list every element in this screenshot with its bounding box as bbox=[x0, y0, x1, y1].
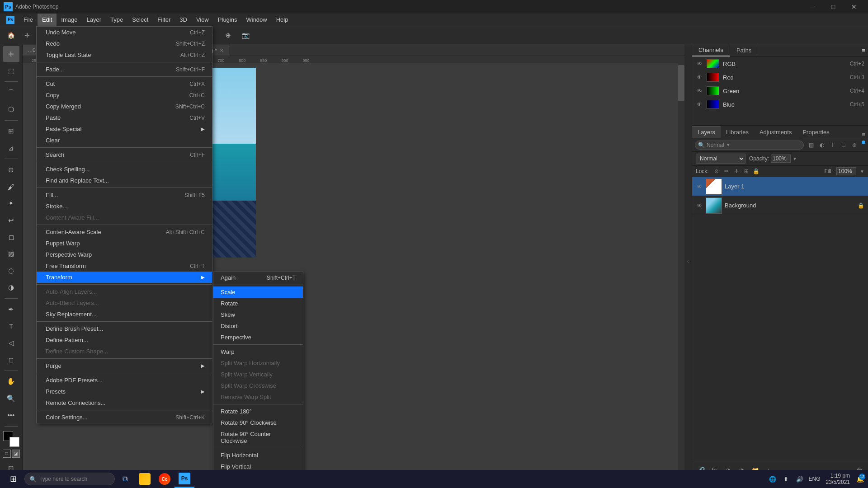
language-indicator[interactable]: ENG bbox=[807, 476, 822, 482]
tool-text[interactable]: T bbox=[3, 318, 19, 334]
tool-history[interactable]: ↩ bbox=[3, 212, 19, 228]
tab-libraries[interactable]: Libraries bbox=[721, 126, 754, 138]
maximize-button[interactable]: □ bbox=[823, 0, 844, 14]
filter-type-icon[interactable]: T bbox=[828, 141, 837, 150]
volume-icon[interactable]: 🔊 bbox=[793, 473, 806, 485]
lock-all-icon[interactable]: 🔒 bbox=[752, 167, 760, 175]
tool-marquee[interactable]: ⬚ bbox=[3, 63, 19, 79]
transform-rotate-cw[interactable]: Rotate 90° Clockwise bbox=[213, 417, 303, 428]
notifications-up-icon[interactable]: ⬆ bbox=[780, 473, 793, 485]
transform-split-v[interactable]: Split Warp Vertically bbox=[213, 369, 303, 380]
tool-quick-select[interactable]: ⬡ bbox=[3, 102, 19, 117]
menu-define-custom-shape[interactable]: Define Custom Shape... bbox=[37, 346, 212, 357]
tool-gradient[interactable]: ▨ bbox=[3, 246, 19, 262]
tab-properties[interactable]: Properties bbox=[797, 126, 835, 138]
menu-ps[interactable]: Ps bbox=[2, 14, 19, 26]
menu-view[interactable]: View bbox=[192, 14, 213, 26]
lock-transparent-icon[interactable]: ⊘ bbox=[712, 167, 721, 175]
taskbar-creative-cloud[interactable]: Cc bbox=[155, 470, 175, 488]
eye-blue[interactable]: 👁 bbox=[696, 101, 703, 108]
tool-blur[interactable]: ◌ bbox=[3, 263, 19, 279]
network-icon[interactable]: 🌐 bbox=[766, 473, 779, 485]
taskbar-explorer[interactable] bbox=[135, 470, 155, 488]
panel-collapse-button[interactable]: ‹ bbox=[684, 44, 692, 478]
transform-flip-h[interactable]: Flip Horizontal bbox=[213, 450, 303, 461]
filter-shape-icon[interactable]: □ bbox=[839, 141, 848, 150]
menu-search[interactable]: Search Ctrl+F bbox=[37, 149, 212, 160]
tab-adjustments[interactable]: Adjustments bbox=[754, 126, 797, 138]
menu-content-aware-fill[interactable]: Content-Aware Fill... bbox=[37, 212, 212, 223]
transform-warp[interactable]: Warp bbox=[213, 346, 303, 357]
taskbar-search[interactable]: 🔍 Type here to search bbox=[24, 473, 115, 485]
opacity-input[interactable] bbox=[771, 155, 791, 163]
menu-type[interactable]: Type bbox=[106, 14, 127, 26]
menu-stroke[interactable]: Stroke... bbox=[37, 201, 212, 212]
3d-slide[interactable]: ⊕ bbox=[221, 28, 236, 42]
transform-rotate-ccw[interactable]: Rotate 90° Counter Clockwise bbox=[213, 428, 303, 446]
menu-undo-move[interactable]: Undo Move Ctrl+Z bbox=[37, 27, 212, 38]
channel-green[interactable]: 👁 Green Ctrl+4 bbox=[692, 84, 868, 98]
tool-dodge[interactable]: ◑ bbox=[3, 280, 19, 296]
transform-scale[interactable]: Scale bbox=[213, 286, 303, 298]
tool-zoom[interactable]: 🔍 bbox=[3, 390, 19, 406]
channel-rgb[interactable]: 👁 RGB Ctrl+2 bbox=[692, 57, 868, 70]
menu-presets[interactable]: Presets ▶ bbox=[37, 386, 212, 397]
lock-artboard-icon[interactable]: ⊞ bbox=[742, 167, 750, 175]
menu-fill[interactable]: Fill... Shift+F5 bbox=[37, 189, 212, 201]
tool-brush[interactable]: 🖌 bbox=[3, 178, 19, 194]
menu-redo[interactable]: Redo Shift+Ctrl+Z bbox=[37, 38, 212, 49]
channel-blue[interactable]: 👁 Blue Ctrl+5 bbox=[692, 98, 868, 111]
menu-cut[interactable]: Cut Ctrl+X bbox=[37, 78, 212, 89]
layers-search-area[interactable]: 🔍 Normal ▼ bbox=[695, 141, 804, 150]
menu-fade[interactable]: Fade... Shift+Ctrl+F bbox=[37, 64, 212, 75]
tab-paths[interactable]: Paths bbox=[730, 44, 758, 56]
tab-2-close[interactable]: ✕ bbox=[220, 48, 223, 53]
transform-split-h[interactable]: Split Warp Horizontally bbox=[213, 357, 303, 369]
time-date-display[interactable]: 1:19 pm 23/5/2021 bbox=[823, 473, 853, 485]
close-button[interactable]: ✕ bbox=[844, 0, 864, 14]
opacity-arrow[interactable]: ▼ bbox=[793, 156, 797, 161]
menu-plugins[interactable]: Plugins bbox=[213, 14, 242, 26]
3d-scale[interactable]: 📷 bbox=[238, 28, 253, 42]
menu-paste[interactable]: Paste Ctrl+V bbox=[37, 112, 212, 123]
menu-define-brush[interactable]: Define Brush Preset... bbox=[37, 323, 212, 334]
transform-remove-split[interactable]: Remove Warp Split bbox=[213, 391, 303, 403]
menu-sky-replacement[interactable]: Sky Replacement... bbox=[37, 309, 212, 320]
scrollbar-v-thumb[interactable] bbox=[678, 65, 684, 101]
menu-select[interactable]: Select bbox=[127, 14, 153, 26]
transform-skew[interactable]: Skew bbox=[213, 309, 303, 320]
menu-content-aware-scale[interactable]: Content-Aware Scale Alt+Shift+Ctrl+C bbox=[37, 226, 212, 238]
eye-red[interactable]: 👁 bbox=[696, 74, 703, 81]
quick-mask[interactable]: ◪ bbox=[12, 450, 20, 458]
menu-copy[interactable]: Copy Ctrl+C bbox=[37, 89, 212, 101]
start-button[interactable]: ⊞ bbox=[2, 470, 24, 488]
menu-transform[interactable]: Transform ▶ Again Shift+Ctrl+T Scale Rot… bbox=[37, 272, 212, 283]
minimize-button[interactable]: ─ bbox=[802, 0, 823, 14]
menu-auto-blend[interactable]: Auto-Blend Layers... bbox=[37, 297, 212, 309]
menu-filter[interactable]: Filter bbox=[153, 14, 175, 26]
menu-file[interactable]: File bbox=[19, 14, 38, 26]
vertical-scrollbar[interactable] bbox=[678, 56, 684, 478]
menu-check-spelling[interactable]: Check Spelling... bbox=[37, 164, 212, 175]
taskbar-task-view[interactable]: ⧉ bbox=[115, 470, 135, 488]
menu-color-settings[interactable]: Color Settings... Shift+Ctrl+K bbox=[37, 412, 212, 423]
blend-mode-select[interactable]: Normal Dissolve Multiply Screen bbox=[696, 154, 745, 164]
home-button[interactable]: 🏠 bbox=[4, 28, 18, 42]
menu-puppet-warp[interactable]: Puppet Warp bbox=[37, 238, 212, 249]
menu-define-pattern[interactable]: Define Pattern... bbox=[37, 334, 212, 346]
tab-layers[interactable]: Layers bbox=[692, 126, 721, 138]
standard-mode[interactable]: □ bbox=[3, 450, 11, 458]
transform-split-cross[interactable]: Split Warp Crosswise bbox=[213, 380, 303, 391]
menu-find-replace[interactable]: Find and Replace Text... bbox=[37, 175, 212, 186]
layer-row-bg[interactable]: 👁 Background 🔒 bbox=[692, 196, 868, 215]
menu-toggle-last-state[interactable]: Toggle Last State Alt+Ctrl+Z bbox=[37, 49, 212, 61]
transform-perspective[interactable]: Perspective bbox=[213, 332, 303, 343]
tool-healing[interactable]: ⊙ bbox=[3, 162, 19, 178]
tool-eraser[interactable]: ◻ bbox=[3, 229, 19, 245]
menu-copy-merged[interactable]: Copy Merged Shift+Ctrl+C bbox=[37, 101, 212, 112]
layer-row-1[interactable]: 👁 Layer 1 bbox=[692, 177, 868, 196]
tool-hand[interactable]: ✋ bbox=[3, 374, 19, 389]
layer-bg-visibility[interactable]: 👁 bbox=[696, 202, 703, 209]
tool-clone[interactable]: ✦ bbox=[3, 196, 19, 211]
eye-rgb[interactable]: 👁 bbox=[696, 60, 703, 67]
